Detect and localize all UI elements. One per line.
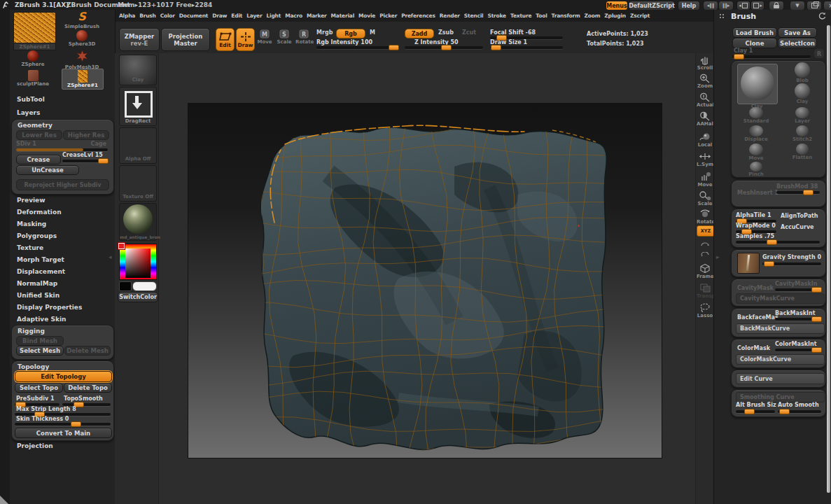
zsub-toggle[interactable]: Zsub [438,29,454,36]
palette-displacement[interactable]: Displacement [17,268,65,275]
brush-item-flatten[interactable]: Flatten [785,144,820,160]
nav-back-button[interactable]: ◂‖‖ [703,1,718,10]
texture-selector[interactable]: Texture Off [119,165,157,202]
help-button[interactable]: Help [678,1,700,10]
brush-item-stitch2[interactable]: Stitch2 [785,125,820,142]
brush-mod-slider[interactable]: BrushMod 38 [776,183,820,195]
tool-zsphere1-selected[interactable]: ZSphere#1 [62,69,104,90]
selected-brush-thumbnail[interactable] [737,64,778,104]
menu-material[interactable]: Material [331,13,355,19]
color-sv-square[interactable] [125,248,151,278]
rotate-view-button[interactable]: Rotate [697,209,713,225]
document-canvas[interactable] [188,103,662,458]
menu-zscript[interactable]: Zscript [630,13,650,19]
material-selector[interactable]: md_antique_bron [119,203,157,241]
tray-refresh-icon[interactable] [818,12,826,20]
menu-edit[interactable]: Edit [231,13,242,19]
palette-adaptive-skin[interactable]: Adaptive Skin [17,316,66,323]
menu-zplugin[interactable]: Zplugin [604,13,626,19]
actual-button[interactable]: Actual [697,92,713,108]
rotate-z-constraint-button[interactable] [697,251,713,262]
menu-document[interactable]: Document [179,13,208,19]
transp-button[interactable]: Transp [697,283,713,299]
frame-button[interactable]: Frame [697,263,713,279]
menu-render[interactable]: Render [440,13,460,19]
edit-topology-button[interactable]: Edit Topology [15,371,112,382]
rgb-intensity-slider[interactable]: Rgb Intensity 100 [316,39,399,49]
zadd-toggle[interactable]: Zadd [405,29,434,38]
presubdiv-slider[interactable]: PreSubdiv 1 [15,396,60,407]
xyz-constraint-button[interactable]: XYZ [697,225,715,237]
bottom-left-corner-widget[interactable] [0,496,8,504]
tool-simplebrush[interactable]: S SimpleBrush [64,10,99,29]
menu-zoom[interactable]: Zoom [585,13,601,19]
m-toggle[interactable]: M [370,29,375,36]
z-intensity-slider[interactable]: Z Intensity 50 [405,39,483,49]
palette-morph-target[interactable]: Morph Target [17,256,64,263]
scale-mode-button[interactable]: S Scale [276,29,293,50]
brush-item-pinch[interactable]: Pinch [739,162,774,177]
menu-color[interactable]: Color [160,13,175,19]
lasso-button[interactable]: Lasso [697,302,713,318]
accu-curve-toggle[interactable]: AccuCurve [781,224,814,230]
palette-texture[interactable]: Texture [17,244,43,251]
menu-macro[interactable]: Macro [285,13,302,19]
mesh-insert-button[interactable]: MeshInsert 1 [737,190,778,196]
backface-mask-toggle[interactable]: BackfaceMas [737,314,778,321]
rotate-mode-button[interactable]: R Rotate [295,29,312,50]
tool-polymesh3d[interactable]: PolyMesh3D [64,50,99,70]
mrgb-toggle[interactable]: Mrgb [316,29,333,36]
auto-smooth-slider[interactable]: Auto Smooth [778,402,821,413]
gravity-direction-thumbnail[interactable] [737,253,760,274]
cage-toggle[interactable]: Cage [91,141,106,147]
save-as-button[interactable]: Save As [778,27,817,38]
load-brush-button[interactable]: Load Brush [732,27,777,38]
alpha-tile-slider[interactable]: AlphaTile 1 [736,212,776,223]
bind-mesh-button[interactable]: Bind Mesh [16,336,64,346]
back-mask-int-slider[interactable]: BackMaskInt [775,310,821,321]
menus-toggle-button[interactable]: Menus [606,1,628,10]
zoom-button[interactable]: Zoom [697,73,713,89]
zcut-toggle[interactable]: Zcut [462,29,476,36]
samples-slider[interactable]: Samples .75 [736,233,820,244]
minimize-button[interactable]: ▼ [790,1,805,10]
focal-shift-slider[interactable]: Focal Shift -68 [490,29,563,39]
color-picker[interactable] [119,244,157,280]
rgb-toggle[interactable]: Rgb [336,29,365,38]
palette-masking[interactable]: Masking [17,220,46,227]
close-button[interactable]: × [823,1,831,10]
cavity-mask-curve-bar[interactable]: CavityMaskCurve [736,293,825,304]
projection-master-button[interactable]: Projection Master [161,28,210,51]
scale-view-button[interactable]: Scale [697,190,713,206]
color-mask-curve-bar[interactable]: ColorMaskCurve [736,354,825,365]
alpha-selector[interactable]: Alpha Off [119,127,157,164]
topology-title[interactable]: Topology [18,363,49,370]
brush-item-displace[interactable]: Displace [739,125,774,142]
menu-brush[interactable]: Brush [139,13,156,19]
move-mode-button[interactable]: M Move [256,29,273,50]
delete-topo-button[interactable]: Delete Topo [64,383,112,393]
menu-layer[interactable]: Layer [246,13,262,19]
uncrease-button[interactable]: UnCrease [16,165,79,175]
prev-document-button[interactable]: ◂ [736,1,750,10]
r-button[interactable]: R [813,48,825,59]
wrap-mode-slider[interactable]: WrapMode 0 [736,223,776,233]
palette-normalmap[interactable]: NormalMap [17,280,57,287]
scroll-button[interactable]: Scroll [697,55,713,71]
tool-sphere3d[interactable]: Sphere3D [64,30,99,47]
brush-item-standard[interactable]: Standard [739,107,774,124]
menu-movie[interactable]: Movie [358,13,375,19]
brush-size-slider[interactable]: Clay 1 [732,48,811,59]
tray-handle-icon[interactable] [720,14,721,15]
next-document-button[interactable]: ▸ [750,1,764,10]
right-tray-divider-handle[interactable]: ▸ [716,251,722,263]
nav-forward-button[interactable]: ‖‖▸ [718,1,734,10]
menu-picker[interactable]: Picker [379,13,397,19]
draw-size-slider[interactable]: Draw Size 1 [490,39,563,49]
right-tray-scrollbar[interactable] [827,25,830,493]
menu-alpha[interactable]: Alpha [119,13,135,19]
color-mask-int-slider[interactable]: ColorMaskInt [775,341,821,352]
brush-item-blob[interactable]: Blob [785,62,820,83]
local-button[interactable]: Local [697,132,713,148]
palette-unified-skin[interactable]: Unified Skin [17,292,60,299]
